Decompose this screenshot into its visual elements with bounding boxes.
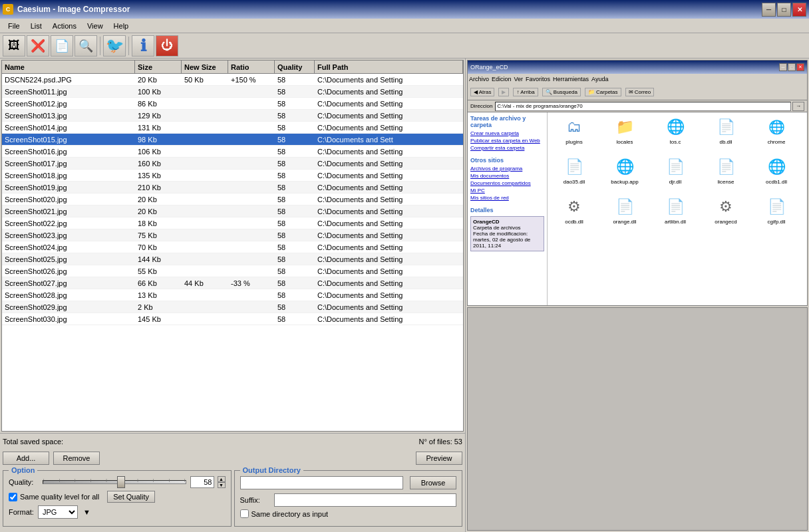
col-header-size[interactable]: Size [135,61,182,73]
close-button[interactable]: ✕ [792,3,806,17]
exp-other-4[interactable]: Mi PC [470,187,544,194]
exp-sidebar-item-1[interactable]: Crear nueva carpeta [470,130,544,137]
suffix-input[interactable] [274,493,457,507]
exp-btn-up[interactable]: ↑ Arriba [513,88,538,96]
menu-view[interactable]: View [82,21,108,31]
file-icon-ocdb1[interactable]: 🌐 ocdb1.dll [752,155,800,192]
table-row[interactable]: ScreenShot011.jpg 100 Kb 58 C:\Documents… [2,86,463,98]
col-header-newsize[interactable]: New Size [182,61,228,73]
col-header-quality[interactable]: Quality [275,61,315,73]
file-icon-db[interactable]: 📄 db.dll [702,115,750,152]
open-button[interactable]: 🖼 [3,35,25,57]
table-row[interactable]: ScreenShot030.jpg 145 Kb 58 C:\Documents… [2,313,463,325]
table-row[interactable]: ScreenShot020.jpg 20 Kb 58 C:\Documents … [2,194,463,205]
output-dir-input[interactable] [240,476,404,489]
file-icon-ocdb[interactable]: ⚙ ocdb.dll [550,195,598,232]
file-icon-chrome2[interactable]: 🌐 chrome [752,115,800,152]
quality-slider-track[interactable]: |||||||||| [43,480,186,484]
col-header-name[interactable]: Name [2,61,135,73]
set-quality-button[interactable]: Set Quality [107,491,155,503]
table-row[interactable]: ScreenShot028.jpg 13 Kb 58 C:\Documents … [2,289,463,301]
file-icon-chrome[interactable]: 🌐 tos.c [651,115,699,152]
same-dir-checkbox[interactable] [240,509,249,518]
add-button[interactable]: Add... [3,452,49,465]
table-row[interactable]: ScreenShot017.jpg 160 Kb 58 C:\Documents… [2,158,463,170]
menu-list[interactable]: List [25,21,47,31]
exp-other-2[interactable]: Mis documentos [470,172,544,180]
exp-maximize[interactable]: □ [788,63,796,71]
compress-button[interactable]: 🐦 [103,35,126,57]
table-row[interactable]: ScreenShot024.jpg 70 Kb 58 C:\Documents … [2,241,463,253]
remove-button[interactable]: ❌ [27,35,49,57]
exp-close[interactable]: ✕ [796,63,804,71]
minimize-button[interactable]: ─ [762,3,776,17]
quit-button[interactable]: ⏻ [156,35,178,57]
file-icon-cgifp[interactable]: 📄 cgifp.dll [752,195,800,232]
exp-sidebar-item-3[interactable]: Compartir esta carpeta [470,144,544,152]
file-icon-dao[interactable]: 📄 dao35.dll [550,155,598,192]
exp-btn-search[interactable]: 🔍 Busqueda [542,88,581,96]
file-icon-license[interactable]: 📄 license [702,155,750,192]
maximize-button[interactable]: □ [777,3,791,17]
table-row[interactable]: ScreenShot022.jpg 18 Kb 58 C:\Documents … [2,217,463,229]
exp-other-1[interactable]: Archivos de programa [470,165,544,172]
file-icon-locales[interactable]: 📁 locales [601,115,649,152]
exp-menu-ayuda[interactable]: Ayuda [591,76,608,82]
file-icon-plugins[interactable]: 🗂 plugins [550,115,598,152]
exp-btn-back[interactable]: ◀ Atras [470,88,494,96]
exp-menu-archivo[interactable]: Archivo [469,76,489,82]
file-icon-orange[interactable]: 📄 orange.dll [601,195,649,232]
exp-menu-favoritos[interactable]: Favoritos [526,76,550,82]
quality-spin-up[interactable]: ▲ [218,476,226,482]
preview-toolbar-button[interactable]: 🔍 [75,35,97,57]
table-row[interactable]: ScreenShot025.jpg 144 Kb 58 C:\Documents… [2,253,463,265]
exp-other-5[interactable]: Mis sitios de red [470,194,544,201]
col-header-path[interactable]: Full Path [315,61,463,73]
menu-file[interactable]: File [3,21,25,31]
table-row[interactable]: ScreenShot023.jpg 75 Kb 58 C:\Documents … [2,229,463,241]
explorer-address: Direccion C:\Val - mix de programas/oran… [468,100,807,112]
menu-actions[interactable]: Actions [47,21,82,31]
table-row[interactable]: ScreenShot012.jpg 86 Kb 58 C:\Documents … [2,98,463,110]
table-row[interactable]: ScreenShot016.jpg 106 Kb 58 C:\Documents… [2,146,463,158]
exp-btn-mail[interactable]: ✉ Correo [625,88,655,96]
table-row[interactable]: ScreenShot018.jpg 135 Kb 58 C:\Documents… [2,170,463,182]
quality-spin-down[interactable]: ▼ [218,482,226,488]
exp-btn-folders[interactable]: 📁 Carpetas [585,88,621,96]
menu-help[interactable]: Help [108,21,134,31]
clear-button[interactable]: 📄 [51,35,73,57]
exp-menu-herramientas[interactable]: Herramientas [553,76,589,82]
table-row[interactable]: ScreenShot019.jpg 210 Kb 58 C:\Documents… [2,182,463,194]
exp-address-bar[interactable]: C:\Val - mix de programas/orange70 [495,102,791,111]
col-header-ratio[interactable]: Ratio [228,61,275,73]
file-icon-djr[interactable]: 📄 djr.dll [651,155,699,192]
browse-button[interactable]: Browse [410,476,456,489]
exp-menu-ver[interactable]: Ver [514,76,524,82]
format-select[interactable]: JPG PNG BMP TIF [38,505,78,519]
same-quality-checkbox[interactable] [9,493,17,501]
table-row[interactable]: ScreenShot027.jpg 66 Kb 44 Kb -33 % 58 C… [2,277,463,289]
info-button[interactable]: ℹ [132,35,154,57]
table-row[interactable]: ScreenShot026.jpg 55 Kb 58 C:\Documents … [2,265,463,277]
table-row[interactable]: ScreenShot014.jpg 131 Kb 58 C:\Documents… [2,122,463,134]
preview-button[interactable]: Preview [416,452,462,465]
table-row[interactable]: ScreenShot015.jpg 98 Kb 58 C:\Documents … [2,134,463,146]
exp-other-3[interactable]: Documentos compartidos [470,180,544,187]
table-row[interactable]: DSCN5224.psd.JPG 20 Kb 50 Kb +150 % 58 C… [2,74,463,86]
exp-minimize[interactable]: ─ [779,63,787,71]
quality-input[interactable] [190,476,214,488]
table-row[interactable]: ScreenShot029.jpg 2 Kb 58 C:\Documents a… [2,301,463,313]
table-row[interactable]: ScreenShot021.jpg 20 Kb 58 C:\Documents … [2,205,463,217]
exp-menu-edicion[interactable]: Edicion [492,76,512,82]
file-icon-artlibn[interactable]: 📄 artlibn.dll [651,195,699,232]
table-row[interactable]: ScreenShot013.jpg 129 Kb 58 C:\Documents… [2,110,463,122]
file-icon-orangecd[interactable]: ⚙ orangecd [702,195,750,232]
exp-btn-forward[interactable]: ▶ [498,88,509,96]
exp-go-btn[interactable]: → [792,102,804,111]
file-list-body[interactable]: DSCN5224.psd.JPG 20 Kb 50 Kb +150 % 58 C… [2,74,463,431]
file-icon-backup[interactable]: 🌐 backup.app [601,155,649,192]
remove-list-button[interactable]: Remove [53,452,100,465]
quality-slider-thumb[interactable] [117,476,125,488]
exp-sidebar-item-2[interactable]: Publicar esta carpeta en Web [470,137,544,144]
artlibn-label: artlibn.dll [665,219,686,225]
